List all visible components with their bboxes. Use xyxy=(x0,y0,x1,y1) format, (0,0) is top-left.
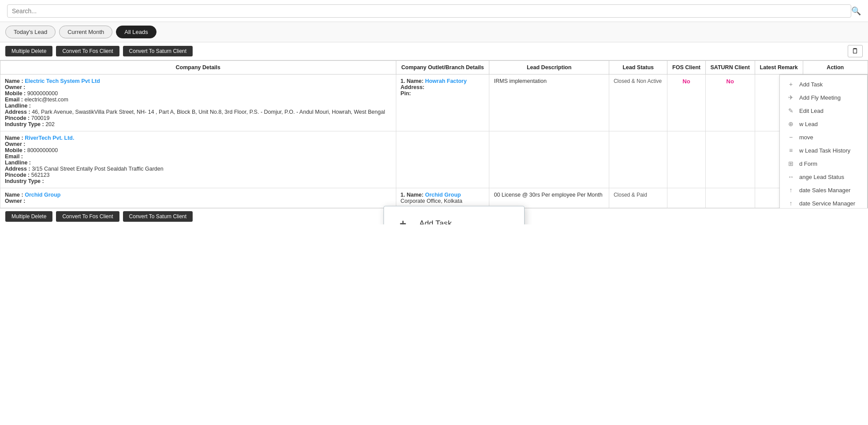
sdi-edit-lead[interactable]: ✎ Edit Lead xyxy=(780,104,867,117)
filter-all-leads[interactable]: All Leads xyxy=(116,26,156,38)
sdi-add-fly-meeting[interactable]: ✈ Add Fly Meeting xyxy=(780,91,867,104)
name-label: Name : xyxy=(5,78,25,84)
sdi-edit-label: Edit Lead xyxy=(799,108,823,114)
col-fos-client: FOS Client xyxy=(667,61,705,75)
outlet-name-value: Howrah Factory xyxy=(425,78,466,84)
table-row: Name : Electric Tech System Pvt Ltd Owne… xyxy=(0,75,868,131)
sdi-service-label: date Service Manager xyxy=(799,200,855,207)
remove-icon: − xyxy=(787,134,795,141)
landline-label: Landline : xyxy=(5,160,31,166)
bottom-multiple-delete-button[interactable]: Multiple Delete xyxy=(5,211,52,222)
bottom-convert-saturn-button[interactable]: Convert To Saturn Client xyxy=(123,211,193,222)
owner-label: Owner : xyxy=(5,198,26,204)
outlet-name-value: Orchid Group xyxy=(425,192,461,198)
outlet-name-label: 1. Name: xyxy=(401,192,424,198)
table-wrap: Company Details Company Outlet/Branch De… xyxy=(0,60,868,208)
saturn-client-cell xyxy=(705,131,755,188)
sdi-add-task-label: Add Task xyxy=(799,81,823,88)
col-saturn-client: SATURN Client xyxy=(705,61,755,75)
outlet-details-cell xyxy=(396,131,489,188)
saturn-client-cell xyxy=(705,188,755,208)
action-bar: Multiple Delete Convert To Fos Client Co… xyxy=(0,42,868,60)
industry-label: Industry Type : xyxy=(5,178,44,184)
col-lead-status: Lead Status xyxy=(609,61,667,75)
status-icon: ↔ xyxy=(787,173,795,180)
fos-client-cell xyxy=(667,188,705,208)
plus-large-icon: + xyxy=(396,217,410,224)
mobile-label: Mobile : xyxy=(5,147,27,153)
sdi-sales-label: date Sales Manager xyxy=(799,187,850,194)
name-label: Name : xyxy=(5,135,25,141)
filter-current-month[interactable]: Current Month xyxy=(59,26,112,38)
filter-todays-lead[interactable]: Today's Lead xyxy=(5,26,56,38)
bottom-convert-fos-button[interactable]: Convert To Fos Client xyxy=(56,211,119,222)
address-label: Address : xyxy=(5,166,32,172)
view-icon: ⊕ xyxy=(787,120,795,127)
col-company-details: Company Details xyxy=(0,61,396,75)
sdi-update-service[interactable]: ↑ date Service Manager xyxy=(780,197,867,208)
excel-icon: 🗒 xyxy=(852,47,859,55)
table-row: Name : RiverTech Pvt. Ltd. Owner : Mobil… xyxy=(0,131,868,188)
sdi-view-lead[interactable]: ⊕ w Lead xyxy=(780,117,867,130)
lead-status-cell: Closed & Paid xyxy=(609,188,667,208)
lpi-add-task[interactable]: + Add Task xyxy=(384,211,524,224)
col-lead-description: Lead Description xyxy=(489,61,609,75)
mobile-value: 9000000000 xyxy=(27,90,58,97)
outlet-address-value: Corporate Office, Kolkata xyxy=(401,198,462,204)
leads-table: Company Details Company Outlet/Branch De… xyxy=(0,60,868,208)
lead-status-cell: Closed & Non Active xyxy=(609,75,667,131)
pincode-label: Pincode : xyxy=(5,172,31,178)
table-container: Company Details Company Outlet/Branch De… xyxy=(0,60,868,208)
sdi-task-history[interactable]: ≡ w Lead Task History xyxy=(780,144,867,157)
pincode-value: 700019 xyxy=(31,115,50,121)
sdi-change-label: ange Lead Status xyxy=(799,174,844,180)
convert-fos-button[interactable]: Convert To Fos Client xyxy=(56,46,119,56)
email-label: Email : xyxy=(5,153,23,160)
address-label: Address : xyxy=(5,109,32,115)
pincode-value: 562123 xyxy=(31,172,50,178)
outlet-name-label: 1. Name: xyxy=(401,78,424,84)
edit-icon: ✎ xyxy=(787,107,795,114)
lead-description-cell xyxy=(489,131,609,188)
sdi-add-form[interactable]: ⊞ d Form xyxy=(780,157,867,170)
saturn-no-value: No xyxy=(726,78,734,85)
fos-client-cell xyxy=(667,131,705,188)
sdi-view-label: w Lead xyxy=(799,121,818,127)
company-name: RiverTech Pvt. Ltd. xyxy=(25,135,74,141)
lead-status-cell xyxy=(609,131,667,188)
convert-saturn-button[interactable]: Convert To Saturn Client xyxy=(123,46,193,56)
sales-icon: ↑ xyxy=(787,186,795,194)
excel-export-button[interactable]: 🗒 xyxy=(848,45,863,57)
col-latest-remark: Latest Remark xyxy=(755,61,803,75)
col-action: Action xyxy=(803,61,868,75)
form-icon: ⊞ xyxy=(787,160,795,167)
lpi-add-task-label: Add Task xyxy=(419,219,452,224)
owner-label: Owner : xyxy=(5,84,26,90)
sdi-add-fly-label: Add Fly Meeting xyxy=(799,94,841,101)
lead-description-cell: 00 License @ 30rs Per employee Per Month xyxy=(489,188,609,208)
outlet-details-cell: 1. Name: Howrah Factory Address: Pin: xyxy=(396,75,489,131)
table-row: Name : Orchid Group Owner : 1. Name: Orc… xyxy=(0,188,868,208)
sdi-remove[interactable]: − move xyxy=(780,130,867,144)
small-dropdown: + Add Task ✈ Add Fly Meeting ✎ Edit Lead xyxy=(779,75,868,208)
company-details-cell: Name : Orchid Group Owner : xyxy=(0,188,396,208)
industry-value: 202 xyxy=(45,121,55,127)
company-name: Electric Tech System Pvt Ltd xyxy=(25,78,100,84)
company-details-cell: Name : RiverTech Pvt. Ltd. Owner : Mobil… xyxy=(0,131,396,188)
name-label: Name : xyxy=(5,192,25,198)
company-details-cell: Name : Electric Tech System Pvt Ltd Owne… xyxy=(0,75,396,131)
sdi-history-label: w Lead Task History xyxy=(799,147,850,154)
search-input[interactable] xyxy=(7,4,851,18)
email-value: electric@test.com xyxy=(24,97,68,103)
address-value: 46, Park Avenue, SwastikVilla Park Stree… xyxy=(32,109,385,115)
sdi-change-status[interactable]: ↔ ange Lead Status xyxy=(780,170,867,183)
plus-icon: + xyxy=(787,81,795,88)
multiple-delete-button[interactable]: Multiple Delete xyxy=(5,46,52,56)
search-icon: 🔍 xyxy=(851,7,861,15)
sdi-update-sales[interactable]: ↑ date Sales Manager xyxy=(780,183,867,197)
mobile-value: 8000000000 xyxy=(27,147,58,153)
outlet-pin-label: Pin: xyxy=(401,90,411,97)
search-button[interactable]: 🔍 xyxy=(851,6,861,16)
email-label: Email : xyxy=(5,97,24,103)
sdi-add-task[interactable]: + Add Task xyxy=(780,78,867,91)
